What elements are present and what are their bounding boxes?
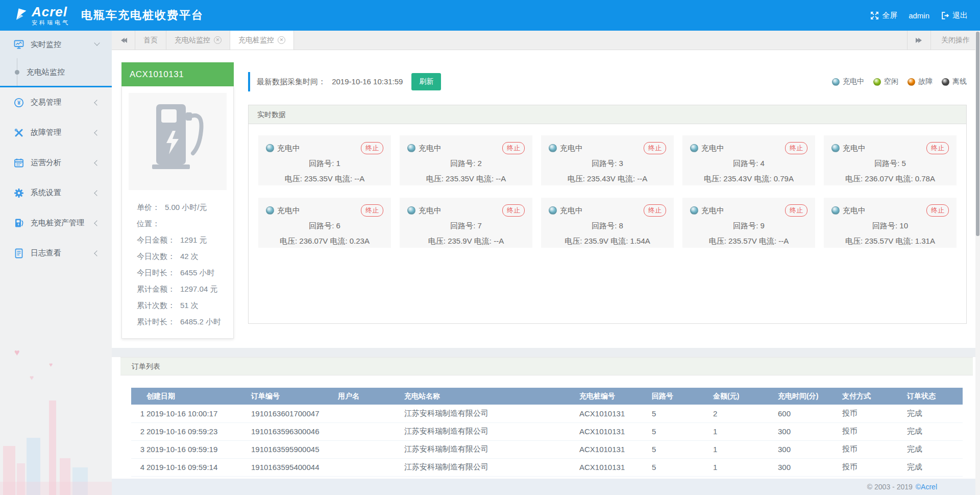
charging-status-label: 充电中 [419,144,442,153]
sidebar-subitem-label: 充电站监控 [27,67,65,77]
stop-charging-button[interactable]: 终止 [361,204,383,217]
sidebar-item-logs[interactable]: 日志查看 [0,238,112,268]
top-header: Acrel 安科瑞电气 电瓶车充电桩收费平台 全屏 admin [0,0,980,31]
sidebar-item-label: 日志查看 [31,248,61,258]
order-number: 1910163596300046 [250,422,337,440]
sidebar-subitem-station-monitor[interactable]: 充电站监控 [0,58,112,86]
circuit-number: 回路号: 9 [689,221,809,231]
circuit-card: 充电中 终止 回路号: 4 电压: 235.43V 电流: 0.79A [682,135,815,185]
sidebar-item-transactions[interactable]: ¥ 交易管理 [0,87,112,117]
stop-charging-button[interactable]: 终止 [785,142,807,154]
building-shape [3,446,15,495]
header-actions: 全屏 admin 退出 [859,11,968,20]
circuit-number: 回路号: 3 [547,159,668,169]
tab-bar: 首页 充电站监控 充电桩监控 关闭操作 [112,31,980,50]
heart-icon: ♥ [30,373,34,382]
logout-icon [941,11,949,20]
sidebar-item-realtime-monitor[interactable]: 实时监控 [0,31,112,58]
sidebar: 实时监控 充电站监控 ¥ 交易管理 [0,31,112,495]
order-amount: 1 [712,458,777,476]
circuit-card: 充电中 终止 回路号: 3 电压: 235.43V 电流: --A [541,135,674,185]
sidebar-item-analysis[interactable]: 运营分析 [0,148,112,178]
charging-status-label: 充电中 [560,144,583,153]
voltage-current: 电压: 235.57V 电流: --A [689,237,809,246]
pile-stat-row: 今日时长： 6455 小时 [137,268,226,278]
stop-charging-button[interactable]: 终止 [926,142,949,154]
order-pay-method: 投币 [841,440,906,458]
order-user [337,458,403,476]
tab-pile-monitor[interactable]: 充电桩监控 [230,31,294,50]
username[interactable]: admin [909,11,929,20]
order-pile-id: ACX1010131 [578,422,651,440]
tab-close-icon[interactable] [214,36,222,44]
tab-close-icon[interactable] [278,36,285,44]
stop-charging-button[interactable]: 终止 [502,142,525,154]
voltage-current: 电压: 235.35V 电流: --A [406,174,526,184]
sidebar-decoration: ♥ ♥ ♥ [0,342,112,495]
order-row-index: 2 [131,422,145,440]
sidebar-item-charger-assets[interactable]: 充电桩资产管理 [0,208,112,238]
close-operations-button[interactable]: 关闭操作 [930,31,980,50]
stop-charging-button[interactable]: 终止 [502,204,525,217]
stop-charging-button[interactable]: 终止 [361,142,383,154]
table-row[interactable]: 3 2019-10-16 09:59:19 1910163595900045 江… [131,440,963,458]
voltage-current: 电压: 235.57V 电流: 1.31A [830,237,950,246]
realtime-cards-grid: 充电中 终止 回路号: 1 电压: 235.35V 电流: --A [249,124,966,323]
charging-status-label: 充电中 [560,206,583,216]
tab-home[interactable]: 首页 [135,31,166,50]
brand-link[interactable]: ©Acrel [916,483,937,491]
sidebar-item-settings[interactable]: 系统设置 [0,178,112,208]
fullscreen-label: 全屏 [882,11,897,20]
order-pay-method: 投币 [841,458,906,476]
stat-label: 今日次数： [137,252,175,262]
charging-status-label: 充电中 [277,206,300,216]
pile-stat-row: 今日次数： 42 次 [137,252,226,262]
charging-status-icon [407,144,415,152]
charging-status-icon [831,144,840,152]
order-create-date: 2019-10-16 10:00:17 [145,405,250,422]
circuit-number: 回路号: 10 [830,221,950,231]
stop-charging-button[interactable]: 终止 [926,204,949,217]
order-pile-id: ACX1010131 [578,458,651,476]
chevron-left-icon [94,100,100,105]
order-create-date: 2019-10-16 09:59:23 [145,422,250,440]
table-row[interactable]: 2 2019-10-16 09:59:23 1910163596300046 江… [131,422,963,440]
table-row[interactable]: 1 2019-10-16 10:00:17 1910163601700047 江… [131,405,963,422]
stop-charging-button[interactable]: 终止 [644,142,666,154]
circuit-number: 回路号: 7 [406,221,526,231]
charging-status-label: 充电中 [701,144,724,153]
stop-charging-button[interactable]: 终止 [644,204,666,217]
order-amount: 1 [712,422,777,440]
tab-station-monitor[interactable]: 充电站监控 [166,31,230,50]
order-station-name: 江苏安科瑞制造有限公司 [403,422,578,440]
page-title: 电瓶车充电桩收费平台 [81,8,204,23]
charger-asset-icon [14,218,24,228]
collect-time-value: 2019-10-16 10:31:59 [332,77,403,86]
monitor-panel: 最新数据采集时间： 2019-10-16 10:31:59 刷新 充电中 [248,72,967,339]
circuit-card: 充电中 终止 回路号: 7 电压: 235.9V 电流: --A [400,198,532,248]
circuit-card: 充电中 终止 回路号: 2 电压: 235.35V 电流: --A [400,135,532,185]
pile-info-panel: ACX1010131 [121,62,234,339]
sidebar-group-realtime: 实时监控 充电站监控 [0,31,112,87]
stat-value: 51 次 [180,301,199,311]
collect-time-label: 最新数据采集时间： [257,77,326,86]
logout-button[interactable]: 退出 [941,11,968,20]
stop-charging-button[interactable]: 终止 [785,204,807,217]
voltage-current: 电压: 235.9V 电流: 1.54A [547,237,668,246]
pile-id: ACX1010131 [121,62,234,86]
table-row[interactable]: 4 2019-10-16 09:59:14 1910163595400044 江… [131,458,963,476]
order-create-date: 2019-10-16 09:59:19 [145,440,250,458]
charging-status-icon [549,206,557,215]
order-status: 完成 [906,458,963,476]
scrollbar-thumb[interactable] [976,32,979,236]
fullscreen-button[interactable]: 全屏 [870,11,897,20]
pile-stat-row: 今日金额： 1291 元 [137,235,226,245]
refresh-button[interactable]: 刷新 [411,73,441,90]
sidebar-item-faults[interactable]: 故障管理 [0,117,112,148]
tabs-scroll-right-button[interactable] [907,31,930,50]
tabs-scroll-left-button[interactable] [112,31,135,50]
order-station-name: 江苏安科瑞制造有限公司 [403,440,578,458]
stat-value: 1297.04 元 [180,285,217,294]
charging-status-icon [690,206,698,215]
order-user [337,405,403,422]
